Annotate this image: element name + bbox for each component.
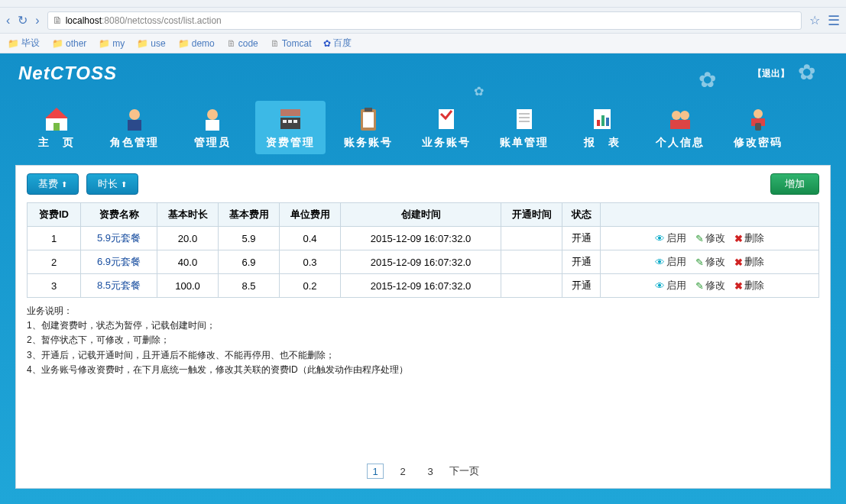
edit-action[interactable]: ✎修改 (695, 255, 725, 269)
svg-rect-21 (597, 120, 600, 126)
enable-action[interactable]: 👁启用 (655, 255, 686, 269)
cell-otime (501, 227, 562, 250)
nav-service[interactable]: 业务账号 (411, 101, 481, 154)
cell-id: 3 (28, 274, 81, 298)
cell-dur: 20.0 (157, 227, 219, 250)
page-1[interactable]: 1 (367, 464, 384, 479)
arrow-up-icon: ⬆ (121, 180, 127, 189)
cell-status: 开通 (562, 274, 601, 298)
bookmark-item[interactable]: 📁demo (178, 38, 215, 49)
cell-actions: 👁启用✎修改✖删除 (601, 227, 819, 250)
nav-profile[interactable]: 个人信息 (645, 101, 715, 154)
page-2[interactable]: 2 (394, 464, 411, 479)
nav-password[interactable]: 修改密码 (723, 101, 793, 154)
table-row: 26.9元套餐40.06.90.32015-12-09 16:07:32.0开通… (28, 250, 819, 274)
cell-actions: 👁启用✎修改✖删除 (601, 250, 819, 274)
enable-action[interactable]: 👁启用 (655, 231, 686, 245)
edit-icon: ✎ (695, 233, 704, 244)
col-actions (601, 203, 819, 227)
menu-icon[interactable]: ☰ (828, 12, 840, 29)
package-link[interactable]: 5.9元套餐 (97, 232, 141, 244)
home-icon (43, 105, 70, 133)
cell-actions: 👁启用✎修改✖删除 (601, 274, 819, 298)
cell-unit: 0.2 (280, 274, 341, 298)
bookmark-item[interactable]: 📁my (99, 38, 125, 49)
edit-icon: ✎ (695, 257, 704, 268)
cell-name: 5.9元套餐 (81, 227, 157, 250)
svg-point-25 (680, 111, 689, 120)
back-icon[interactable]: ‹ (6, 14, 10, 27)
edit-icon: ✎ (695, 280, 704, 292)
svg-rect-4 (128, 120, 141, 131)
page-next[interactable]: 下一页 (449, 464, 479, 478)
address-bar[interactable]: 🗎 localhost:8080/netctoss/cost/list.acti… (47, 11, 802, 30)
svg-rect-16 (517, 109, 532, 129)
sort-fee-button[interactable]: 基费⬆ (27, 173, 79, 195)
bookmark-item[interactable]: 🗎Tomcat (271, 38, 312, 49)
cost-icon (277, 105, 304, 133)
nav-roles[interactable]: 角色管理 (99, 101, 170, 154)
svg-rect-23 (606, 118, 609, 126)
logout-link[interactable]: 退出 (753, 67, 789, 80)
nav-cost[interactable]: 资费管理 (255, 101, 326, 154)
sort-time-button[interactable]: 时长⬆ (86, 173, 138, 195)
nav-account[interactable]: 账务账号 (333, 101, 404, 154)
svg-rect-29 (755, 123, 761, 131)
nav-report[interactable]: 报 表 (567, 101, 637, 154)
cell-dur: 40.0 (157, 250, 219, 274)
cell-id: 1 (28, 227, 81, 250)
browser-tabstrip (0, 0, 846, 8)
table-row: 15.9元套餐20.05.90.42015-12-09 16:07:32.0开通… (28, 227, 819, 250)
edit-action[interactable]: ✎修改 (695, 231, 725, 245)
delete-action[interactable]: ✖删除 (734, 279, 764, 292)
main-nav: 主 页 角色管理 管理员 资费管理 账务账号 业务账号 账单管理 报 表 (0, 93, 846, 154)
svg-point-5 (207, 109, 218, 120)
enable-action[interactable]: 👁启用 (655, 279, 686, 292)
folder-icon: 📁 (8, 38, 19, 49)
nav-bill[interactable]: 账单管理 (489, 101, 559, 154)
page-icon: 🗎 (53, 15, 63, 26)
folder-icon: 📁 (137, 38, 148, 49)
col-dur: 基本时长 (157, 203, 219, 227)
notes-line: 1、创建资费时，状态为暂停，记载创建时间； (27, 318, 819, 333)
edit-action[interactable]: ✎修改 (695, 279, 725, 292)
reload-icon[interactable]: ↻ (18, 13, 28, 27)
svg-rect-22 (601, 115, 605, 126)
delete-action[interactable]: ✖删除 (734, 231, 764, 245)
lock-icon (744, 105, 772, 133)
table-header-row: 资费ID 资费名称 基本时长 基本费用 单位费用 创建时间 开通时间 状态 (28, 203, 819, 227)
svg-rect-26 (670, 120, 690, 129)
col-name: 资费名称 (81, 203, 157, 227)
cell-dur: 100.0 (157, 274, 219, 298)
page-3[interactable]: 3 (422, 464, 439, 479)
forward-icon[interactable]: › (35, 14, 39, 27)
table-row: 38.5元套餐100.08.50.22015-12-09 16:07:32.0开… (28, 274, 819, 298)
svg-rect-9 (283, 120, 287, 123)
star-icon[interactable]: ☆ (809, 13, 820, 27)
add-button[interactable]: 增加 (770, 173, 819, 195)
arrow-up-icon: ⬆ (61, 180, 67, 189)
page-icon: 🗎 (271, 38, 280, 49)
notes-line: 4、业务账号修改资费时，在下月底统一触发，修改其关联的资费ID（此触发动作由程序… (27, 363, 819, 377)
package-link[interactable]: 8.5元套餐 (97, 279, 141, 291)
cell-name: 6.9元套餐 (81, 250, 157, 274)
browser-toolbar: ‹ ↻ › 🗎 localhost:8080/netctoss/cost/lis… (0, 8, 846, 34)
svg-rect-2 (53, 123, 60, 131)
bookmark-item[interactable]: 📁other (52, 38, 86, 49)
bookmark-item[interactable]: 📁use (137, 38, 165, 49)
nav-home[interactable]: 主 页 (21, 101, 92, 154)
bookmark-item[interactable]: 📁毕设 (8, 37, 40, 50)
notes-title: 业务说明： (27, 304, 819, 318)
package-link[interactable]: 6.9元套餐 (97, 256, 141, 267)
bookmark-item[interactable]: 🗎code (227, 38, 258, 49)
delete-action[interactable]: ✖删除 (734, 255, 764, 269)
cell-status: 开通 (562, 250, 601, 274)
svg-rect-14 (365, 108, 372, 111)
svg-rect-11 (293, 120, 297, 123)
bookmark-item[interactable]: ✿百度 (323, 37, 352, 50)
nav-admin[interactable]: 管理员 (177, 101, 248, 154)
content-panel: 基费⬆ 时长⬆ 增加 资费ID 资费名称 基本时长 基本费用 单位费用 创建时间… (15, 165, 831, 489)
toolbar: 基费⬆ 时长⬆ 增加 (16, 166, 830, 202)
cell-unit: 0.4 (280, 227, 341, 250)
app-root: ✿ ✿ ✿ NetCTOSS 退出 主 页 角色管理 管理员 资费管理 账务账号… (0, 53, 846, 504)
